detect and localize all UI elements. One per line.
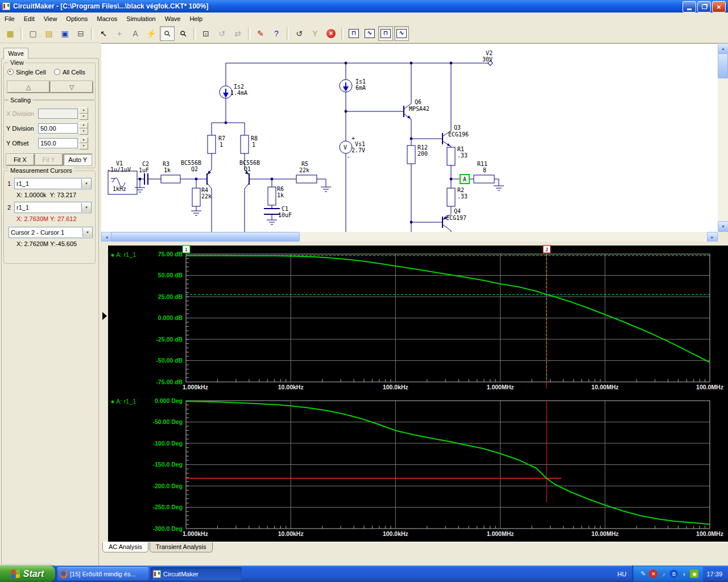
spinner[interactable]: ▲▼ [79,107,88,120]
chevron-down-icon[interactable]: ▼ [81,179,91,188]
probe-marker-a[interactable]: A [460,174,469,184]
x-tick-label: 1.000kHz [183,384,208,390]
new-file-icon[interactable]: ▢ [26,26,40,41]
tab-wave[interactable]: Wave [3,48,28,59]
taskbar-task-circuitmaker[interactable]: CircuitMaker [151,567,242,580]
vertical-scrollbar[interactable]: ▲ ▼ [718,43,728,232]
text-tool-icon[interactable]: A [128,26,143,41]
fit-x-button[interactable]: Fit X [6,154,34,165]
schematic-canvas[interactable]: V230VIs21.4mAR71R81Is16mA+Vs12.7V-VQ6MPS… [101,43,718,232]
cell-up-button[interactable]: △ [7,81,49,93]
menu-item-macros[interactable]: Macros [92,14,122,24]
add-part-icon[interactable]: + [112,26,127,41]
zoom-tool-icon[interactable]: ⚲ [160,26,175,41]
menu-item-view[interactable]: View [39,14,62,24]
probe-edit-icon[interactable]: ✎ [253,26,268,41]
menu-item-wave[interactable]: Wave [160,14,185,24]
radio-all-cells[interactable]: All Cells [54,69,85,76]
save-file-icon[interactable]: ▣ [57,26,72,41]
select-arrow-icon[interactable]: ↖ [96,26,111,41]
chevron-down-icon[interactable]: ▼ [81,203,91,212]
scaling-input-x-division[interactable] [38,109,78,119]
auto-y-button[interactable]: Auto Y [64,154,92,165]
cursor-1-signal-combobox[interactable]: r1_1▼ [14,178,92,189]
view-group-label: View [9,59,26,66]
vertical-scroll-thumb[interactable] [718,53,728,78]
volume-icon[interactable]: ♪ [659,569,668,578]
digital-scope-2-icon[interactable]: ∿ [362,26,377,41]
print-icon[interactable]: ⊟ [73,26,88,41]
new-file-icon-glyph: ▢ [29,29,36,38]
y-tick-label: -100.0 Deg [152,440,183,447]
stop-simulation-icon[interactable]: ✕ [324,26,338,41]
reset-icon[interactable]: ↺ [292,26,307,41]
wire-tool-icon[interactable]: ⚡ [144,26,159,41]
schematic-label: 1k [164,167,171,173]
scroll-up-icon[interactable]: ▲ [718,43,728,54]
spinner-up-icon[interactable]: ▲ [79,137,88,143]
tab-ac-analysis[interactable]: AC Analysis [102,542,148,552]
zoom-window-icon[interactable]: ⚲ [176,26,191,41]
wrench-icon[interactable]: Y [308,26,322,41]
digital-scope-1-icon[interactable]: ⊓ [346,26,361,41]
tablet-pen-icon[interactable]: ✎ [639,569,647,578]
horizontal-scroll-thumb[interactable] [111,232,300,242]
scaling-group-label: Scaling [9,97,32,103]
cell-down-button[interactable]: ▽ [51,81,93,93]
security-alert-icon[interactable]: ✕ [649,569,657,578]
menu-item-edit[interactable]: Edit [19,14,39,24]
start-button[interactable]: Start [0,566,55,582]
radio-single-cell-icon[interactable] [7,69,14,75]
scrollbar-corner [718,232,728,242]
rotate-icon[interactable]: ↺ [214,26,229,41]
spinner[interactable]: ▲▼ [79,122,88,135]
scroll-down-icon[interactable]: ▼ [718,221,728,232]
menu-item-help[interactable]: Help [185,14,207,24]
horizontal-scrollbar[interactable]: ◄ ► [101,232,718,242]
parts-browser-icon[interactable]: ▦ [3,26,18,41]
spinner-up-icon[interactable]: ▲ [79,107,88,114]
menu-item-file[interactable]: File [0,14,19,24]
waveform-plots[interactable]: 75.00 dB50.00 dB25.00 dB0.000 dB-25.00 d… [101,242,728,542]
minimize-button[interactable] [682,1,696,13]
schematic-label: V1 [116,160,123,167]
x-tick-label: 10.00MHz [592,530,619,537]
bluetooth-icon[interactable]: B [669,569,678,578]
cursor-diff-combobox[interactable]: Cursor 2 - Cursor 1▼ [9,227,93,238]
spinner-down-icon[interactable]: ▼ [79,143,88,149]
page-zoom-icon[interactable]: ⊡ [198,26,213,41]
chevron-down-icon[interactable]: ▼ [82,228,92,237]
menu-item-options[interactable]: Options [61,14,92,24]
taskbar-task--15-er-s-t-mindig-s-[interactable]: [15] Erősítő mindig és... [57,567,148,580]
open-file-icon[interactable]: ▤ [42,26,56,41]
cursor-2-signal-combobox[interactable]: r1_1▼ [14,202,92,213]
scaling-input-y-offset[interactable]: 150.0 [38,138,78,148]
fit-y-button[interactable]: Fit Y [35,154,63,165]
tray-zone: HU ✎✕♪B◗◉ 17:39 [612,566,728,582]
scaling-row-y-division: Y Division50.00▲▼ [6,122,93,135]
tab-transient-analysis[interactable]: Transient Analysis [150,542,213,552]
nvidia-icon[interactable]: ◉ [690,569,698,578]
menu-item-simulation[interactable]: Simulation [122,14,160,24]
spinner-down-icon[interactable]: ▼ [79,128,88,135]
scaling-input-y-division[interactable]: 50.00 [38,123,78,134]
help-icon[interactable]: ? [269,26,284,41]
audio-device-icon[interactable]: ◗ [680,569,688,578]
spinner-down-icon[interactable]: ▼ [79,114,88,120]
radio-all-cells-icon[interactable] [54,69,60,75]
open-file-icon-glyph: ▤ [45,29,52,38]
cursor-diff-readout: X: 2.7620M Y:-45.605 [16,240,77,247]
digital-scope-3-icon[interactable]: ⊓ [378,26,393,41]
close-button[interactable]: ✕ [712,1,726,13]
radio-single-cell[interactable]: Single Cell [7,69,46,76]
spinner-up-icon[interactable]: ▲ [79,122,88,128]
schematic-label: R4 [201,187,208,193]
restore-button[interactable] [697,1,711,13]
spinner[interactable]: ▲▼ [79,137,88,149]
language-indicator[interactable]: HU [612,571,632,577]
schematic-labels: V230VIs21.4mAR71R81Is16mA+Vs12.7V-VQ6MPS… [107,50,493,221]
schematic-label: R5 [301,161,308,167]
mirror-icon[interactable]: ⇄ [230,26,245,41]
digital-scope-4-icon[interactable]: ∿ [394,26,409,41]
pane-splitter-icon[interactable] [102,312,107,320]
